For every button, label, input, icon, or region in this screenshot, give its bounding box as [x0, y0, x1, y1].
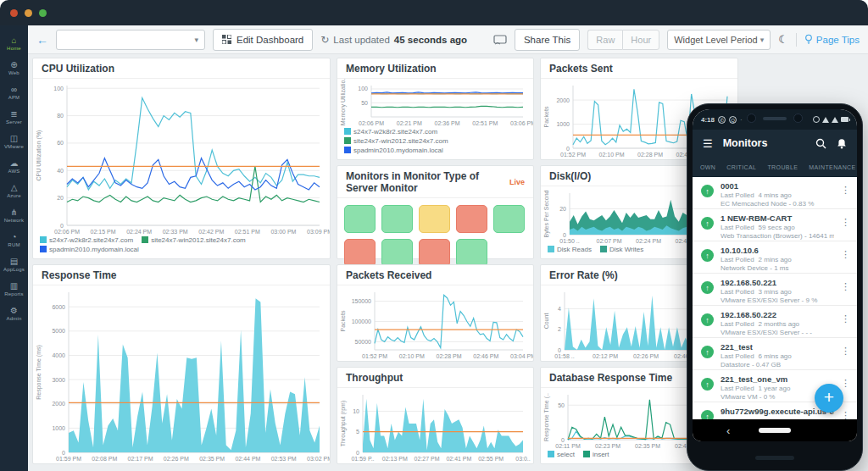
svg-text:Throughput (rpm): Throughput (rpm): [340, 401, 347, 446]
svg-text:0: 0: [62, 450, 65, 456]
svg-text:02:26 PM: 02:26 PM: [633, 353, 659, 359]
monitor-last-polled: Last Polled3 mins ago: [721, 288, 834, 296]
more-options-icon[interactable]: ⋮: [841, 378, 850, 389]
globe-icon: ⊕: [10, 61, 17, 69]
maximize-window-button[interactable]: [39, 9, 47, 17]
status-up-icon: ↑: [701, 346, 714, 358]
minimize-window-button[interactable]: [25, 9, 32, 17]
dashboard-select[interactable]: ▾: [56, 30, 205, 50]
monitor-status-box-yellow[interactable]: [419, 205, 450, 233]
svg-text:02:36 PM: 02:36 PM: [435, 120, 460, 126]
sidebar-item-network[interactable]: ⋔Network: [0, 203, 28, 228]
sidebar-item-label: Azure: [7, 193, 21, 198]
legend-swatch: [142, 236, 148, 243]
sidebar-item-web[interactable]: ⊕Web: [0, 56, 28, 80]
notification-dot-icon: ·: [740, 116, 743, 124]
hour-toggle-button[interactable]: Hour: [622, 30, 659, 50]
legend-item: s24x7-w2k8r2.site24x7.com: [40, 236, 133, 245]
cpu-utilization-chart[interactable]: 020406080100CPU Utilization (%)02:06 PM0…: [33, 79, 330, 236]
menu-icon[interactable]: ☰: [703, 137, 713, 150]
more-options-icon[interactable]: ⋮: [841, 346, 850, 357]
monitor-last-polled: Last Polled59 secs ago: [721, 224, 834, 231]
sidebar-item-label: Reports: [4, 291, 23, 296]
monitor-status-box-green[interactable]: [456, 239, 487, 267]
packets-received-chart[interactable]: 50000100000150000Packets01:52 PM02:10 PM…: [337, 285, 533, 361]
card-title: Error Rate (%): [549, 269, 618, 281]
sidebar-item-reports[interactable]: ▥Reports: [0, 277, 28, 302]
tab-trouble[interactable]: TROUBLE: [766, 164, 798, 176]
sidebar-item-rum[interactable]: ◔RUM: [0, 228, 28, 252]
svg-text:50000: 50000: [355, 339, 372, 345]
monitor-status-box-green[interactable]: [344, 205, 376, 233]
sidebar-item-applogs[interactable]: ▤AppLogs: [0, 252, 28, 277]
monitor-list-item[interactable]: ↑192.168.50.222Last Polled2 months agoVM…: [693, 306, 857, 338]
search-icon[interactable]: [815, 138, 826, 149]
sidebar-item-server[interactable]: ≣Server: [0, 105, 28, 130]
monitor-status-box-red[interactable]: [344, 239, 376, 267]
monitor-status-box-red[interactable]: [456, 205, 487, 233]
bottom-speaker-slit: [755, 456, 794, 460]
monitor-list-item[interactable]: ↑221_testLast Polled6 mins agoDatastore …: [693, 338, 857, 370]
monitor-list-item[interactable]: ↑192.168.50.221Last Polled3 mins agoVMwa…: [693, 274, 857, 306]
more-options-icon[interactable]: ⋮: [841, 281, 850, 292]
sidebar-item-azure[interactable]: △Azure: [0, 179, 28, 203]
sidebar-item-aws[interactable]: ☁AWS: [0, 154, 28, 179]
more-options-icon[interactable]: ⋮: [841, 185, 850, 196]
svg-text:100: 100: [53, 86, 64, 91]
svg-text:Bytes Per Second: Bytes Per Second: [543, 190, 550, 237]
admin-gear-icon: ⚙: [10, 307, 18, 315]
page-tips-link[interactable]: Page Tips: [804, 34, 860, 45]
monitor-status-box-green[interactable]: [381, 239, 413, 267]
svg-text:01:59 PM: 01:59 PM: [56, 456, 81, 462]
add-monitor-fab[interactable]: +: [815, 384, 843, 413]
raw-toggle-button[interactable]: Raw: [587, 30, 622, 50]
tab-critical[interactable]: CRITICAL: [726, 164, 757, 176]
tab-maintenance[interactable]: MAINTENANCE: [808, 164, 856, 176]
applogs-icon: ▤: [10, 258, 18, 266]
more-options-icon[interactable]: ⋮: [841, 249, 850, 260]
svg-text:02:46 PM: 02:46 PM: [473, 353, 498, 359]
android-back-icon[interactable]: ‹: [726, 424, 730, 437]
more-options-icon[interactable]: ⋮: [841, 217, 850, 228]
svg-text:01:59 P..: 01:59 P..: [351, 456, 374, 462]
more-options-icon[interactable]: ⋮: [841, 313, 850, 324]
close-window-button[interactable]: [10, 9, 18, 17]
cast-icon[interactable]: [493, 35, 507, 45]
svg-text:02:27 PM: 02:27 PM: [415, 456, 440, 462]
sidebar-item-apm[interactable]: ∞APM: [0, 80, 28, 105]
refresh-icon[interactable]: ↻: [320, 34, 329, 46]
svg-text:02:24 PM: 02:24 PM: [636, 238, 661, 244]
monitor-list-item[interactable]: ↑10.10.10.6Last Polled2 mins agoNetwork …: [693, 241, 857, 274]
widget-level-period-select[interactable]: Widget Level Period ▾: [667, 30, 771, 50]
svg-text:03:02 PM: 03:02 PM: [307, 456, 330, 462]
memory-utilization-chart[interactable]: 50100Memory Utilizatio..02:06 PM02:21 PM…: [337, 79, 533, 128]
svg-text:0: 0: [561, 437, 565, 443]
throughput-chart[interactable]: 0510Throughput (rpm)01:59 P..02:13 PM02:…: [337, 388, 533, 463]
monitor-list-item[interactable]: ↑1 NEW-RBM-CARTLast Polled59 secs agoWeb…: [693, 209, 857, 241]
response-time-chart[interactable]: 0100020003000400050006000Response Time (…: [33, 285, 330, 463]
front-camera-icon: [793, 114, 803, 123]
dark-mode-moon-icon[interactable]: ☾: [778, 33, 788, 46]
share-this-button[interactable]: Share This: [515, 29, 580, 51]
monitor-list-item[interactable]: ↑0001Last Polled4 mins agoEC Memcached N…: [693, 177, 857, 209]
svg-text:1000: 1000: [556, 121, 570, 127]
bell-icon[interactable]: [837, 138, 847, 149]
whatsapp-notification-icon: ✆: [718, 116, 726, 124]
tab-own[interactable]: OWN: [699, 164, 716, 176]
legend-swatch: [583, 451, 590, 457]
monitor-status-box-green[interactable]: [381, 205, 413, 233]
monitor-name: 221_test: [721, 342, 834, 352]
monitor-status-box-green[interactable]: [493, 205, 525, 233]
phone-clock: 4:18: [701, 116, 715, 124]
monitor-status-box-red[interactable]: [419, 239, 450, 267]
sidebar-item-vmware[interactable]: ◫VMware: [0, 130, 28, 154]
back-arrow-icon[interactable]: ←: [36, 33, 48, 47]
sidebar-item-admin[interactable]: ⚙Admin: [0, 302, 28, 326]
edit-dashboard-button[interactable]: Edit Dashboard: [213, 29, 313, 51]
sidebar-item-home[interactable]: ⌂Home: [0, 31, 28, 56]
svg-text:5: 5: [356, 429, 359, 435]
more-options-icon[interactable]: ⋮: [841, 410, 850, 419]
svg-text:02:44 PM: 02:44 PM: [235, 456, 260, 462]
status-up-icon: ↑: [701, 217, 714, 230]
android-home-pill[interactable]: [759, 428, 791, 433]
